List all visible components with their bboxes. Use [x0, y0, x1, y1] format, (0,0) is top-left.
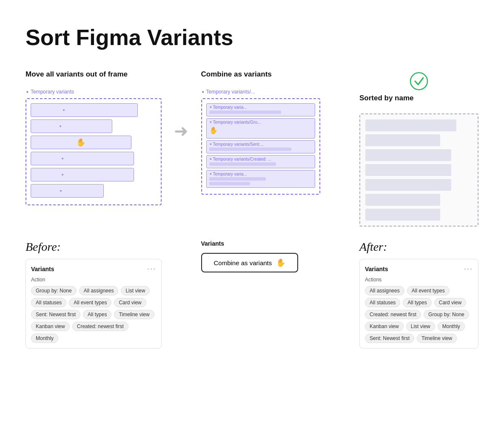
- after-tag[interactable]: Monthly: [438, 322, 465, 331]
- after-tags: All assignees All event types All status…: [365, 286, 473, 343]
- before-tag[interactable]: List view: [121, 286, 150, 295]
- before-tag[interactable]: Group by: None: [31, 286, 77, 295]
- step1-item-cursor: ✋: [31, 136, 131, 149]
- before-tag[interactable]: Kanban view: [31, 322, 70, 331]
- sorted-item: [365, 149, 451, 161]
- before-variants-title: Variants: [31, 266, 54, 272]
- step1-column: Move all variants out of frame Temporary…: [26, 70, 162, 205]
- before-variants-panel: Variants ··· Action Group by: None All a…: [26, 259, 162, 349]
- after-label: After:: [359, 240, 478, 254]
- step1-item: [31, 168, 134, 181]
- step1-item: [31, 152, 134, 165]
- step3-label: Sorted by name: [359, 94, 414, 102]
- before-tags: Group by: None All assignees List view A…: [31, 286, 156, 343]
- arrow2: [323, 70, 357, 121]
- sorted-item: [365, 194, 440, 206]
- check-icon-area: [410, 70, 428, 92]
- before-section: Before: Variants ··· Action Group by: No…: [26, 240, 162, 349]
- combine-button[interactable]: Combine as variants ✋: [201, 253, 299, 272]
- after-tag[interactable]: All statuses: [365, 298, 400, 307]
- after-variants-panel: Variants ··· Actions All assignees All e…: [359, 259, 478, 349]
- bottom-sections: Before: Variants ··· Action Group by: No…: [26, 240, 478, 349]
- sorted-item: [365, 134, 440, 146]
- before-tag[interactable]: Monthly: [31, 334, 58, 343]
- check-icon: [410, 72, 428, 91]
- before-variants-header: Variants ···: [31, 264, 156, 273]
- before-action-label: Action: [31, 277, 156, 283]
- before-tag[interactable]: All types: [83, 310, 111, 319]
- svg-point-0: [410, 73, 427, 90]
- step1-label: Move all variants out of frame: [26, 70, 128, 79]
- page-title: Sort Figma Variants: [26, 26, 233, 50]
- step1-frame: ✋: [26, 98, 162, 205]
- before-tag[interactable]: All event types: [69, 298, 111, 307]
- after-action-label: Actions: [365, 277, 473, 283]
- sorted-item: [365, 164, 451, 176]
- step2-column: Combine as variants Temporary variants/.…: [201, 70, 320, 195]
- step2-label: Combine as variants: [201, 70, 272, 79]
- step1-item: [31, 184, 104, 198]
- before-tag[interactable]: Timeline view: [114, 310, 154, 319]
- before-tag[interactable]: Sent: Newest first: [31, 310, 80, 319]
- after-variants-menu[interactable]: ···: [464, 264, 473, 273]
- after-tag[interactable]: Card view: [434, 298, 466, 307]
- arrow1: ➜: [164, 70, 198, 141]
- before-variants-menu[interactable]: ···: [147, 264, 156, 273]
- cursor-hand-icon: ✋: [276, 258, 285, 267]
- sorted-item: [365, 179, 451, 191]
- after-tag[interactable]: Sent: Newest first: [365, 334, 414, 343]
- after-tag[interactable]: All assignees: [365, 286, 404, 295]
- before-tag[interactable]: All statuses: [31, 298, 66, 307]
- step1-item: [31, 119, 112, 133]
- sorted-item: [365, 119, 456, 131]
- middle-bottom-section: Variants Combine as variants ✋: [201, 240, 320, 272]
- middle-variants-title: Variants: [201, 240, 224, 247]
- sorted-item: [365, 209, 440, 221]
- diagrams-row: Move all variants out of frame Temporary…: [26, 70, 478, 227]
- after-variants-header: Variants ···: [365, 264, 473, 273]
- step3-frame: [359, 113, 478, 227]
- step2-item: Temporary variants/Sent:...: [206, 140, 315, 153]
- after-tag[interactable]: Timeline view: [417, 334, 457, 343]
- step2-item: Temporary variants/Gro... ✋: [206, 118, 315, 139]
- step2-item: Temporary variants/Created: ...: [206, 155, 315, 168]
- combine-button-label: Combine as variants: [214, 259, 272, 266]
- step3-column: Sorted by name: [359, 70, 478, 227]
- before-label: Before:: [26, 240, 162, 254]
- after-tag[interactable]: Group by: None: [424, 310, 469, 319]
- before-tag[interactable]: Created: newest first: [72, 322, 128, 331]
- after-section: After: Variants ··· Actions All assignee…: [359, 240, 478, 349]
- step2-frame: Temporary varia... Temporary variants/Gr…: [201, 98, 320, 195]
- step2-item: Temporary varia...: [206, 170, 315, 188]
- step1-item: [31, 103, 138, 117]
- before-tag[interactable]: All assignees: [79, 286, 119, 295]
- after-variants-title: Variants: [365, 266, 388, 272]
- after-tag[interactable]: Created: newest first: [365, 310, 421, 319]
- step2-item: Temporary varia...: [206, 103, 315, 116]
- step1-frame-label: Temporary variants: [26, 89, 74, 95]
- after-tag[interactable]: All event types: [407, 286, 450, 295]
- after-tag[interactable]: List view: [406, 322, 435, 331]
- after-tag[interactable]: All types: [403, 298, 431, 307]
- step2-frame-label: Temporary variants/...: [201, 89, 255, 95]
- before-tag[interactable]: Card view: [114, 298, 146, 307]
- after-tag[interactable]: Kanban view: [365, 322, 404, 331]
